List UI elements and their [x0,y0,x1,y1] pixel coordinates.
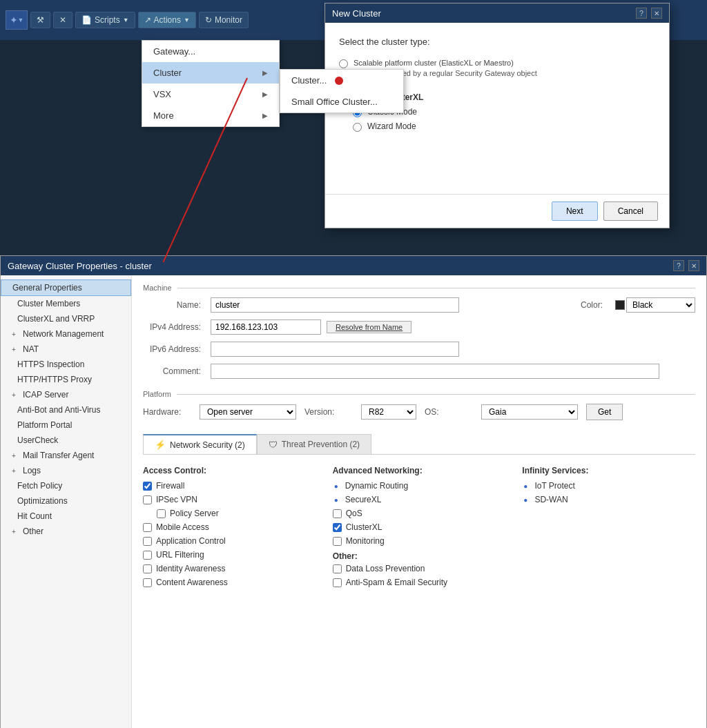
hardware-select[interactable]: Open server [200,404,296,420]
actions-arrow-icon: ↗ [144,15,151,25]
select-type-label: Select the cluster type: [339,37,655,47]
left-item-clusterxl-vrrp[interactable]: ClusterXL and VRRP [1,311,131,326]
left-item-platform-portal[interactable]: Platform Portal [1,417,131,433]
dialog-close-button[interactable]: ✕ [651,8,662,19]
monitor-button[interactable]: ↻ Monitor [199,12,249,28]
iot-protect-label: IoT Protect [534,481,574,491]
ipv6-row: IPv6 Address: [143,342,695,357]
left-item-nat[interactable]: + NAT [1,342,131,357]
advanced-networking-title: Advanced Networking: [333,466,506,475]
left-item-fetch-policy[interactable]: Fetch Policy [1,478,131,493]
left-item-https[interactable]: HTTPS Inspection [1,357,131,372]
ipv6-input[interactable] [211,342,459,357]
identity-awareness-checkbox[interactable] [143,564,152,573]
left-item-hit-count[interactable]: Hit Count [1,509,131,524]
small-office-item[interactable]: Small Office Cluster... [280,91,403,112]
network-expand-icon: + [12,331,20,338]
ipv4-input[interactable] [211,319,321,335]
actions-dropdown: Gateway... Cluster ▶ VSX ▶ More ▶ [142,40,280,127]
wizard-radio[interactable] [353,123,362,132]
firewall-checkbox[interactable] [143,482,152,491]
monitoring-checkbox[interactable] [333,537,342,546]
os-label: OS: [425,407,473,417]
version-select[interactable]: R82 [361,404,416,420]
policy-server-checkbox[interactable] [157,509,166,518]
left-item-usercheck[interactable]: UserCheck [1,433,131,448]
resolve-btn[interactable]: Resolve from Name [327,321,411,333]
comment-input[interactable] [211,364,659,379]
network-security-tab-icon: ⚡ [155,440,166,450]
star-button[interactable]: ✦ ▼ [6,10,28,30]
tab-network-security[interactable]: ⚡ Network Security (2) [143,434,257,454]
cluster-dots-item[interactable]: Cluster... [280,70,403,91]
dlp-checkbox[interactable] [333,564,342,573]
tool-button[interactable]: ⚒ [30,12,50,28]
qos-checkbox[interactable] [333,509,342,518]
vsx-arrow-icon: ▶ [262,90,268,98]
left-item-logs[interactable]: + Logs [1,463,131,478]
vsx-menu-item[interactable]: VSX ▶ [142,83,279,105]
left-item-optimizations[interactable]: Optimizations [1,493,131,509]
left-item-other[interactable]: + Other [1,524,131,539]
help-button[interactable]: ? [636,8,647,19]
mail-expand-icon: + [12,452,20,460]
gcp-help-button[interactable]: ? [673,260,684,271]
actions-button[interactable]: ↗ Actions ▼ [138,12,196,28]
cancel-button[interactable]: Cancel [603,201,658,221]
left-item-mail-transfer[interactable]: + Mail Transfer Agent [1,448,131,463]
next-button[interactable]: Next [552,201,598,221]
red-dot-indicator [335,77,343,85]
logs-expand-icon: + [12,467,20,475]
mobile-access-label: Mobile Access [156,522,209,532]
firewall-label: Firewall [156,481,184,491]
left-item-general[interactable]: General Properties [1,279,131,296]
antispam-label: Anti-Spam & Email Security [346,578,447,587]
titlebar-controls: ? ✕ [636,8,662,19]
tab-threat-prevention[interactable]: 🛡 Threat Prevention (2) [257,434,371,454]
color-select[interactable]: Black Red Blue [626,297,695,313]
left-item-network-mgmt[interactable]: + Network Management [1,326,131,342]
left-item-icap[interactable]: + ICAP Server [1,387,131,402]
wizard-label[interactable]: Wizard Mode [367,121,416,131]
sd-wan-label: SD-WAN [534,495,568,504]
url-filtering-checkbox[interactable] [143,551,152,560]
color-select-wrap: Black Red Blue [615,297,695,313]
qos-label: QoS [346,509,362,518]
left-item-cluster-members[interactable]: Cluster Members [1,296,131,311]
infinity-services-col: Infinity Services: IoT Protect SD-WAN [522,466,695,591]
gateway-menu-item[interactable]: Gateway... [142,41,279,62]
tab-threat-prevention-label: Threat Prevention (2) [282,440,360,449]
gcp-close-button[interactable]: ✕ [688,260,699,271]
identity-awareness-item: Identity Awareness [143,564,316,573]
gcp-title: Gateway Cluster Properties - cluster [8,261,152,271]
left-item-http-proxy[interactable]: HTTP/HTTPS Proxy [1,372,131,387]
scripts-button[interactable]: 📄 Scripts ▼ [75,12,135,28]
scalable-radio[interactable] [339,59,348,68]
name-input[interactable] [211,297,459,313]
ipv6-label: IPv6 Address: [143,344,205,354]
content-awareness-checkbox[interactable] [143,578,152,587]
close-button[interactable]: ✕ [53,12,72,28]
url-filtering-label: URL Filtering [156,550,204,560]
cluster-menu-item[interactable]: Cluster ▶ [142,62,279,83]
get-button[interactable]: Get [586,404,623,420]
os-select[interactable]: Gaia [481,404,578,420]
clusterxl-checkbox[interactable] [333,523,342,532]
policy-server-item: Policy Server [157,509,316,518]
app-control-checkbox[interactable] [143,537,152,546]
wizard-radio-item: Wizard Mode [353,121,655,132]
monitor-refresh-icon: ↻ [205,15,212,25]
more-menu-item[interactable]: More ▶ [142,105,279,126]
mobile-access-checkbox[interactable] [143,523,152,532]
capabilities-grid: Access Control: Firewall IPSec VPN Polic… [143,466,695,591]
left-item-anti-bot[interactable]: Anti-Bot and Anti-Virus [1,402,131,417]
antispam-checkbox[interactable] [333,578,342,587]
ipsec-vpn-checkbox[interactable] [143,495,152,504]
securexl-item: SecureXL [333,495,506,504]
clusterxl-item: ClusterXL [333,522,506,532]
cluster-arrow-icon: ▶ [262,69,268,77]
other-section-title: Other: [333,551,506,561]
icap-expand-icon: + [12,391,20,399]
star-icon: ✦ [10,14,18,26]
scalable-label[interactable]: Scalable platform cluster (ElasticXL or … [354,59,514,67]
